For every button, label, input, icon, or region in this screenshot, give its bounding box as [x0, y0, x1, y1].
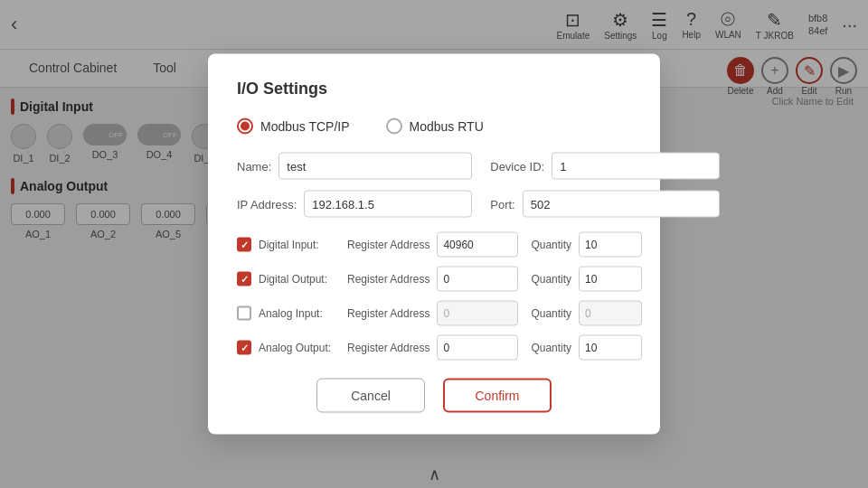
register-quantity-label: Quantity	[531, 307, 571, 320]
register-row: Analog Input:Register AddressQuantity	[237, 301, 631, 326]
modbus-rtu-label: Modbus RTU	[410, 119, 484, 134]
register-address-label: Register Address	[347, 239, 429, 251]
register-quantity-input[interactable]	[579, 267, 642, 292]
register-type-label: Digital Input:	[259, 239, 340, 251]
register-quantity-label: Quantity	[531, 342, 571, 354]
register-rows: ✓Digital Input:Register AddressQuantity✓…	[237, 232, 631, 361]
port-input[interactable]	[523, 191, 721, 218]
device-id-input[interactable]	[552, 153, 720, 180]
register-quantity-input[interactable]	[579, 232, 642, 258]
register-row: ✓Analog Output:Register AddressQuantity	[237, 335, 631, 361]
register-type-label: Digital Output:	[259, 273, 340, 286]
register-quantity-label: Quantity	[531, 239, 571, 251]
modbus-rtu-option[interactable]: Modbus RTU	[386, 118, 484, 135]
register-address-label: Register Address	[347, 342, 429, 354]
confirm-button[interactable]: Confirm	[443, 379, 552, 413]
name-label: Name:	[237, 159, 271, 173]
cancel-button[interactable]: Cancel	[316, 379, 425, 413]
protocol-radio-group: Modbus TCP/IP Modbus RTU	[237, 118, 631, 135]
port-field-row: Port:	[490, 191, 720, 218]
dialog-buttons: Cancel Confirm	[237, 379, 631, 413]
register-checkbox[interactable]: ✓	[237, 341, 251, 355]
register-row: ✓Digital Input:Register AddressQuantity	[237, 232, 631, 258]
register-checkbox[interactable]: ✓	[237, 238, 251, 252]
register-type-label: Analog Input:	[259, 307, 340, 320]
modbus-tcp-radio[interactable]	[237, 118, 253, 135]
ip-address-input[interactable]	[304, 191, 472, 218]
modbus-rtu-radio[interactable]	[386, 118, 402, 135]
device-id-field-row: Device ID:	[490, 153, 720, 180]
ip-field-row: IP Address:	[237, 191, 472, 218]
register-address-input[interactable]	[437, 335, 518, 361]
register-type-label: Analog Output:	[259, 342, 340, 354]
port-label: Port:	[490, 197, 514, 211]
register-quantity-input	[579, 301, 642, 326]
ip-address-label: IP Address:	[237, 197, 297, 211]
register-address-input	[437, 301, 518, 326]
name-input[interactable]	[278, 153, 472, 180]
register-quantity-label: Quantity	[531, 273, 571, 286]
register-address-input[interactable]	[437, 232, 518, 258]
modbus-tcp-option[interactable]: Modbus TCP/IP	[237, 118, 350, 135]
register-row: ✓Digital Output:Register AddressQuantity	[237, 267, 631, 292]
register-address-label: Register Address	[347, 273, 429, 286]
register-address-input[interactable]	[437, 267, 518, 292]
dialog-title: I/O Settings	[237, 80, 631, 99]
io-settings-dialog: I/O Settings Modbus TCP/IP Modbus RTU Na…	[208, 54, 660, 435]
register-address-label: Register Address	[347, 307, 429, 320]
register-checkbox[interactable]: ✓	[237, 272, 251, 286]
device-id-label: Device ID:	[490, 159, 544, 173]
name-field-row: Name:	[237, 153, 472, 180]
register-quantity-input[interactable]	[579, 335, 642, 361]
dialog-form-grid: Name: Device ID: IP Address: Port:	[237, 153, 631, 218]
modbus-tcp-label: Modbus TCP/IP	[260, 119, 350, 134]
register-checkbox[interactable]	[237, 306, 251, 321]
